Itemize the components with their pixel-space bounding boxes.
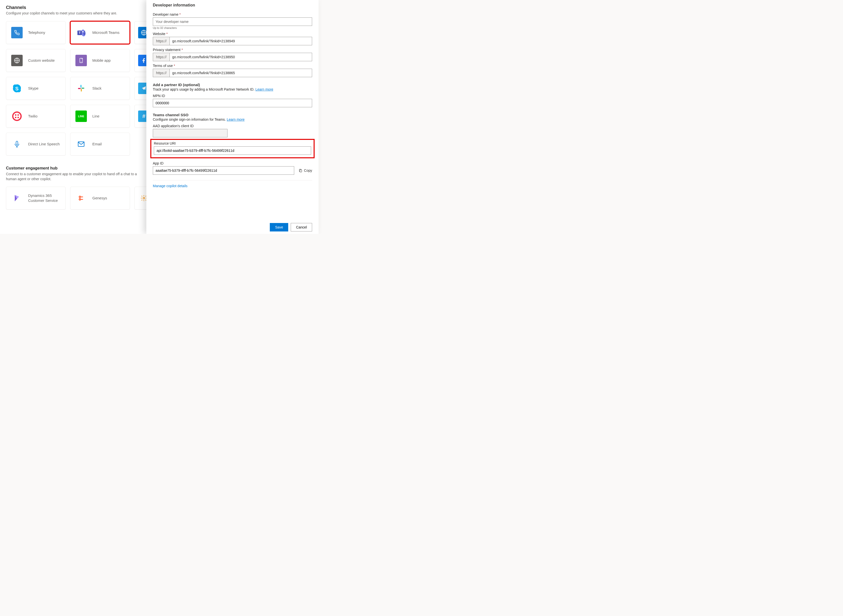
svg-rect-17 bbox=[16, 141, 18, 145]
app-id-label: App ID bbox=[153, 161, 312, 165]
channel-card-mobile[interactable]: Mobile app bbox=[70, 49, 130, 72]
https-prefix: https:// bbox=[153, 69, 170, 77]
telegram-icon bbox=[138, 83, 147, 94]
developer-name-hint: Up to 32 characters bbox=[153, 26, 312, 29]
channels-grid: Telephony T Microsoft Teams Custom websi… bbox=[6, 21, 140, 155]
channel-label: Slack bbox=[92, 86, 101, 91]
svg-rect-22 bbox=[300, 170, 302, 172]
terms-label: Terms of use bbox=[153, 64, 312, 68]
channel-card-demo-website[interactable] bbox=[134, 21, 147, 44]
svg-rect-8 bbox=[81, 85, 81, 88]
channel-label: Twilio bbox=[28, 114, 38, 119]
microphone-icon bbox=[11, 138, 23, 150]
channel-card-telegram[interactable] bbox=[134, 77, 147, 100]
aad-client-id-label: AAD application's client ID bbox=[153, 124, 312, 128]
mpn-label: MPN ID bbox=[153, 94, 312, 98]
channel-card-teams[interactable]: T Microsoft Teams bbox=[70, 21, 130, 44]
mpn-input[interactable] bbox=[153, 99, 312, 107]
dynamics-icon bbox=[11, 192, 23, 204]
svg-rect-11 bbox=[78, 88, 81, 89]
channel-card-twilio[interactable]: Twilio bbox=[6, 105, 66, 128]
resource-uri-label: Resource URI bbox=[154, 141, 311, 145]
cancel-button[interactable]: Cancel bbox=[291, 223, 312, 232]
channel-label: Line bbox=[92, 114, 99, 119]
channel-card-line[interactable]: LINE Line bbox=[70, 105, 130, 128]
skype-icon: S bbox=[11, 83, 23, 94]
save-button[interactable]: Save bbox=[270, 223, 288, 232]
channels-pane: Channels Configure your copilot channels… bbox=[0, 0, 147, 234]
hub-card-salesforce[interactable] bbox=[134, 187, 147, 210]
channel-card-groupme[interactable]: # bbox=[134, 105, 147, 128]
channel-label: Telephony bbox=[28, 30, 45, 35]
svg-point-0 bbox=[82, 29, 84, 32]
aad-client-id-input[interactable] bbox=[153, 129, 227, 137]
https-prefix: https:// bbox=[153, 37, 170, 45]
hub-label: Genesys bbox=[92, 196, 107, 201]
genesys-icon bbox=[75, 192, 87, 204]
channel-label: Microsoft Teams bbox=[92, 30, 119, 35]
page-root: Channels Configure your copilot channels… bbox=[0, 0, 318, 234]
gear-icon bbox=[138, 192, 147, 204]
developer-info-heading: Developer information bbox=[153, 3, 312, 7]
channel-label: Direct Line Speech bbox=[28, 142, 60, 147]
email-icon bbox=[75, 138, 87, 150]
hub-grid: Dynamics 365 Customer Service Genesys bbox=[6, 187, 140, 210]
hub-subtitle: Connect to a customer engagement app to … bbox=[6, 172, 140, 182]
resource-uri-input[interactable] bbox=[154, 146, 311, 155]
app-id-row: Copy bbox=[153, 166, 312, 175]
app-id-input[interactable] bbox=[153, 166, 294, 175]
slack-icon bbox=[75, 83, 87, 94]
hub-card-genesys[interactable]: Genesys bbox=[70, 187, 130, 210]
channel-card-skype[interactable]: S Skype bbox=[6, 77, 66, 100]
channel-card-slack[interactable]: Slack bbox=[70, 77, 130, 100]
twilio-icon bbox=[11, 110, 23, 122]
copy-button[interactable]: Copy bbox=[299, 166, 312, 175]
groupme-icon: # bbox=[138, 110, 147, 122]
hub-card-d365[interactable]: Dynamics 365 Customer Service bbox=[6, 187, 66, 210]
website-input[interactable] bbox=[170, 37, 312, 45]
developer-name-input[interactable] bbox=[153, 18, 312, 26]
channel-card-direct-line-speech[interactable]: Direct Line Speech bbox=[6, 133, 66, 155]
terms-input[interactable] bbox=[170, 69, 312, 77]
svg-text:T: T bbox=[79, 31, 81, 35]
privacy-input[interactable] bbox=[170, 53, 312, 61]
channel-label: Custom website bbox=[28, 58, 55, 63]
partner-description: Track your app's usage by adding a Micro… bbox=[153, 87, 312, 91]
svg-text:S: S bbox=[15, 86, 18, 91]
channel-label: Mobile app bbox=[92, 58, 110, 63]
terms-input-group: https:// bbox=[153, 69, 312, 77]
resource-uri-highlight: Resource URI bbox=[150, 139, 315, 158]
sso-heading: Teams channel SSO bbox=[153, 113, 312, 117]
svg-point-13 bbox=[15, 114, 16, 116]
website-label: Website bbox=[153, 32, 312, 36]
divider bbox=[153, 180, 312, 180]
channel-card-email[interactable]: Email bbox=[70, 133, 130, 155]
manage-copilot-details-link[interactable]: Manage copilot details bbox=[153, 184, 312, 188]
svg-point-16 bbox=[18, 117, 19, 118]
developer-name-label: Developer name bbox=[153, 12, 312, 16]
channel-card-custom-website[interactable]: Custom website bbox=[6, 49, 66, 72]
https-prefix: https:// bbox=[153, 53, 170, 61]
channel-label: Skype bbox=[28, 86, 38, 91]
channel-card-telephony[interactable]: Telephony bbox=[6, 21, 66, 44]
svg-point-14 bbox=[18, 114, 19, 116]
website-input-group: https:// bbox=[153, 37, 312, 45]
svg-point-19 bbox=[79, 196, 81, 197]
svg-point-15 bbox=[15, 117, 16, 118]
teams-icon: T bbox=[75, 27, 87, 38]
partner-heading: Add a partner ID (optional) bbox=[153, 83, 312, 87]
channel-card-facebook[interactable] bbox=[134, 49, 147, 72]
privacy-label: Privacy statement bbox=[153, 48, 312, 52]
mobile-icon bbox=[75, 55, 87, 66]
facebook-icon bbox=[138, 55, 147, 66]
partner-learn-more-link[interactable]: Learn more bbox=[255, 87, 273, 91]
svg-point-12 bbox=[13, 112, 21, 120]
svg-point-21 bbox=[143, 197, 145, 199]
svg-rect-10 bbox=[81, 89, 82, 91]
globe-icon bbox=[11, 55, 23, 66]
sso-learn-more-link[interactable]: Learn more bbox=[227, 117, 245, 122]
hub-label: Dynamics 365 Customer Service bbox=[28, 193, 60, 203]
privacy-input-group: https:// bbox=[153, 53, 312, 61]
copy-icon bbox=[299, 169, 302, 173]
svg-rect-9 bbox=[81, 88, 84, 89]
